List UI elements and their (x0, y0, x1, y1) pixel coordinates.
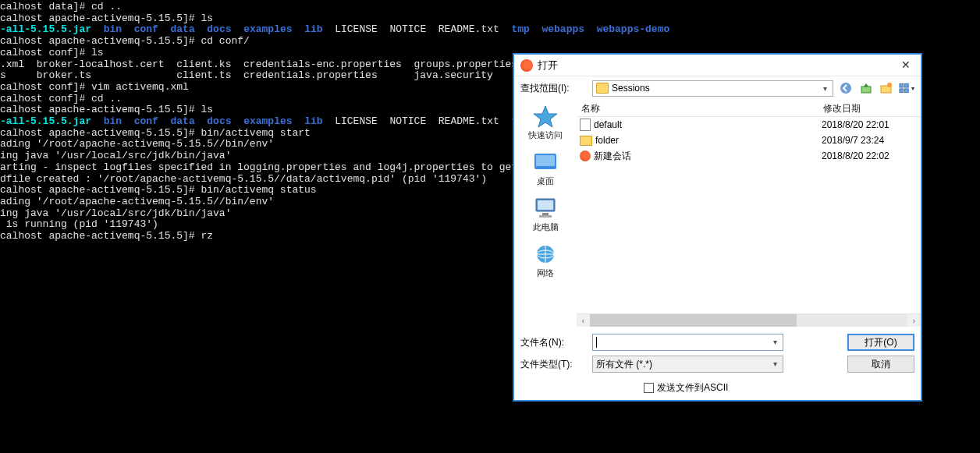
file-name: 新建会话 (594, 150, 631, 163)
place-label: 快速访问 (518, 129, 573, 141)
terminal-line: calhost apache-activemq-5.15.5]# ls (0, 13, 980, 25)
ascii-checkbox-label: 发送文件到ASCII (657, 381, 728, 395)
list-body[interactable]: default2018/8/20 22:01folder2018/9/7 23:… (577, 117, 921, 313)
file-row[interactable]: folder2018/9/7 23:24 (577, 133, 921, 148)
place-label: 桌面 (518, 175, 573, 187)
place-thispc[interactable]: 此电脑 (518, 196, 573, 233)
chevron-down-icon[interactable]: ▾ (769, 336, 781, 349)
lookin-label: 查找范围(I): (520, 82, 588, 95)
chevron-down-icon: ▾ (911, 85, 914, 92)
lookin-combo[interactable]: Sessions ▾ (592, 80, 833, 97)
file-icon (580, 119, 591, 131)
quickaccess-icon (531, 104, 559, 128)
svg-point-0 (840, 83, 851, 94)
cancel-button[interactable]: 取消 (847, 356, 914, 373)
svg-rect-13 (542, 213, 549, 215)
filename-label: 文件名(N): (520, 336, 586, 349)
back-button[interactable] (838, 80, 854, 96)
folder-icon (580, 136, 592, 146)
svg-rect-10 (536, 155, 555, 166)
place-label: 此电脑 (518, 221, 573, 233)
scroll-left-icon[interactable]: ‹ (577, 314, 590, 327)
terminal-line: calhost apache-activemq-5.15.5]# cd conf… (0, 36, 980, 48)
column-modified[interactable]: 修改日期 (818, 100, 921, 116)
place-label: 网络 (518, 267, 573, 279)
file-date: 2018/8/20 22:01 (818, 119, 921, 130)
horizontal-scrollbar[interactable]: ‹ › (577, 313, 921, 327)
column-name[interactable]: 名称 (577, 100, 818, 116)
ascii-checkbox[interactable] (644, 383, 654, 393)
chevron-down-icon: ▾ (769, 358, 781, 370)
places-bar: 快速访问桌面此电脑网络 (514, 100, 577, 327)
svg-rect-12 (538, 200, 553, 210)
dialog-title: 打开 (538, 58, 894, 73)
svg-rect-14 (539, 215, 552, 218)
place-network[interactable]: 网络 (518, 242, 573, 279)
filetype-label: 文件类型(T): (520, 358, 586, 371)
file-date: 2018/9/7 23:24 (818, 135, 921, 146)
svg-point-3 (887, 83, 892, 87)
file-name: default (594, 119, 622, 130)
filename-input[interactable]: ▾ (592, 334, 783, 351)
file-row[interactable]: 新建会话2018/8/20 22:02 (577, 148, 921, 164)
dialog-titlebar: 打开 ✕ (514, 55, 921, 76)
scroll-right-icon[interactable]: › (907, 314, 921, 327)
chevron-down-icon: ▾ (819, 83, 831, 94)
up-button[interactable] (858, 80, 874, 96)
swirl-icon (580, 150, 591, 161)
filetype-select[interactable]: 所有文件 (*.*) ▾ (592, 356, 783, 373)
file-row[interactable]: default2018/8/20 22:01 (577, 117, 921, 133)
terminal-line: -all-5.15.5.jar bin conf data docs examp… (0, 24, 980, 36)
svg-rect-1 (861, 87, 871, 93)
lookin-row: 查找范围(I): Sessions ▾ ▾ (514, 76, 921, 100)
open-file-dialog: 打开 ✕ 查找范围(I): Sessions ▾ ▾ 快速访问桌面此电脑网络 名… (513, 54, 921, 401)
network-icon (531, 242, 559, 266)
filetype-value: 所有文件 (*.*) (596, 358, 652, 371)
scroll-thumb[interactable] (590, 314, 797, 327)
terminal-line: calhost data]# cd .. (0, 2, 980, 13)
svg-rect-6 (900, 89, 904, 93)
svg-rect-5 (905, 83, 909, 87)
list-header: 名称 修改日期 (577, 100, 921, 117)
folder-icon (596, 83, 609, 94)
desktop-icon (531, 150, 559, 174)
place-desktop[interactable]: 桌面 (518, 150, 573, 187)
place-quickaccess[interactable]: 快速访问 (518, 104, 573, 141)
thispc-icon (531, 196, 559, 220)
file-date: 2018/8/20 22:02 (818, 150, 921, 161)
svg-marker-8 (534, 106, 557, 127)
file-name: folder (595, 135, 619, 146)
file-list: 名称 修改日期 default2018/8/20 22:01folder2018… (577, 100, 921, 327)
close-icon[interactable]: ✕ (894, 58, 918, 73)
open-button[interactable]: 打开(O) (847, 334, 914, 351)
dialog-body: 快速访问桌面此电脑网络 名称 修改日期 default2018/8/20 22:… (514, 100, 921, 327)
new-folder-button[interactable] (879, 80, 894, 96)
svg-rect-4 (900, 83, 904, 87)
scroll-track[interactable] (590, 314, 907, 327)
text-cursor (596, 337, 597, 348)
svg-rect-7 (905, 89, 909, 93)
lookin-value: Sessions (612, 83, 650, 94)
app-icon (520, 59, 533, 72)
view-menu-button[interactable]: ▾ (899, 80, 914, 96)
dialog-bottom: 文件名(N): ▾ 打开(O) 文件类型(T): 所有文件 (*.*) ▾ 取消 (514, 327, 921, 400)
